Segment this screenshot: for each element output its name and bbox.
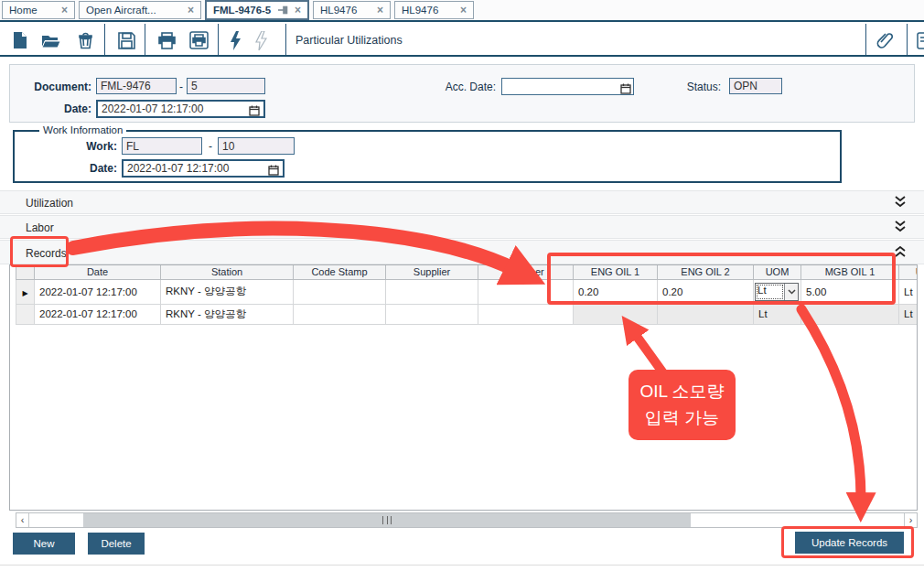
close-icon[interactable]: × <box>188 5 194 15</box>
new-document-icon[interactable] <box>10 30 30 50</box>
toolbar: Particular Utilizations <box>0 20 924 57</box>
execute-bolt-icon[interactable] <box>225 30 245 50</box>
table-row[interactable]: 2022-01-07 12:17:00 RKNY - 양양공항 Lt Lt <box>16 304 919 324</box>
cell-uom[interactable]: Lt <box>754 279 801 304</box>
cell-date[interactable]: 2022-01-07 12:17:00 <box>35 279 161 304</box>
document-number-field[interactable] <box>187 78 265 94</box>
print-icon[interactable] <box>156 30 177 50</box>
report-icon[interactable] <box>914 30 924 50</box>
tab-home[interactable]: Home × <box>2 1 75 19</box>
cell-code-stamp[interactable] <box>294 304 386 324</box>
calendar-icon[interactable] <box>268 163 279 174</box>
cell-voucher[interactable] <box>478 279 574 304</box>
chevron-down-icon[interactable] <box>784 284 798 300</box>
pin-icon[interactable] <box>278 5 288 15</box>
col-header-eng-oil-1[interactable]: ENG OIL 1 <box>574 265 658 279</box>
section-label: Utilization <box>26 197 73 210</box>
row-indicator <box>16 304 35 324</box>
chevron-double-down-icon[interactable] <box>895 196 906 212</box>
work-date-label: Date: <box>18 162 117 175</box>
uom-dropdown[interactable]: Lt <box>755 283 799 301</box>
delete-button[interactable]: Delete <box>88 533 145 555</box>
calendar-icon[interactable] <box>249 103 260 114</box>
calendar-icon[interactable] <box>620 81 631 92</box>
status-field <box>729 78 782 94</box>
attachment-paperclip-icon[interactable] <box>876 30 896 50</box>
section-utilization[interactable]: Utilization <box>0 190 924 214</box>
print-preview-icon[interactable] <box>188 30 209 50</box>
save-icon[interactable] <box>116 30 136 50</box>
cell-mgb-oil-1[interactable] <box>801 304 899 324</box>
cell-uom-2[interactable]: Lt <box>899 304 919 324</box>
callout-line-2: 입력 가능 <box>629 404 736 431</box>
scroll-right-button[interactable]: › <box>904 513 917 527</box>
toolbar-separator <box>218 24 219 55</box>
tab-label: FML-9476-5 <box>213 5 271 16</box>
callout-line-1: OIL 소모량 <box>629 378 736 404</box>
chevron-double-up-icon[interactable] <box>895 246 906 263</box>
document-field[interactable] <box>96 78 177 94</box>
horizontal-scrollbar[interactable]: ‹ › <box>16 512 918 528</box>
col-header-eng-oil-2[interactable]: ENG OIL 2 <box>658 265 754 279</box>
toolbar-separator <box>104 24 105 55</box>
work-label: Work: <box>18 140 117 153</box>
acc-date-label: Acc. Date: <box>439 81 496 93</box>
section-labor[interactable]: Labor <box>0 215 924 239</box>
current-row-icon: ▶ <box>22 289 27 297</box>
new-button[interactable]: New <box>13 533 75 555</box>
grid-header-row: Date Station Code Stamp Supplier Voucher… <box>16 265 919 279</box>
tab-label: Home <box>9 5 38 16</box>
cell-code-stamp[interactable] <box>294 279 386 304</box>
cell-uom[interactable]: Lt <box>754 304 801 324</box>
open-folder-icon[interactable] <box>41 30 61 50</box>
cell-eng-oil-2[interactable]: 0.20 <box>658 279 754 304</box>
close-icon[interactable]: × <box>61 5 68 15</box>
cell-eng-oil-2[interactable] <box>658 304 754 324</box>
scrollbar-thumb[interactable] <box>83 513 691 527</box>
cell-eng-oil-1[interactable] <box>574 304 658 324</box>
col-header-mgb-oil-1[interactable]: MGB OIL 1 <box>801 265 899 279</box>
col-header-supplier[interactable]: Supplier <box>386 265 478 279</box>
records-grid: Date Station Code Stamp Supplier Voucher… <box>9 264 918 511</box>
chevron-double-down-icon[interactable] <box>895 221 906 237</box>
row-indicator-header <box>16 265 35 279</box>
tab-hl9476-1[interactable]: HL9476 × <box>313 1 391 19</box>
tab-hl9476-2[interactable]: HL9476 × <box>394 1 474 19</box>
cell-voucher[interactable] <box>478 304 574 324</box>
close-icon[interactable]: × <box>460 5 467 15</box>
cell-station[interactable]: RKNY - 양양공항 <box>161 279 294 304</box>
update-records-button[interactable]: Update Records <box>795 532 904 554</box>
delete-trash-icon[interactable] <box>75 30 95 50</box>
work-information-legend: Work Information <box>39 124 126 135</box>
cell-supplier[interactable] <box>386 304 478 324</box>
scroll-left-button[interactable]: ‹ <box>16 513 29 527</box>
close-icon[interactable]: × <box>377 5 383 15</box>
work-field[interactable] <box>122 137 202 155</box>
close-icon[interactable]: × <box>295 5 301 15</box>
cell-supplier[interactable] <box>386 279 478 304</box>
work-date-field[interactable] <box>122 159 285 178</box>
col-header-date[interactable]: Date <box>35 265 161 279</box>
col-header-uom[interactable]: UOM <box>754 265 801 279</box>
col-header-uom-2[interactable]: UOM <box>899 265 919 279</box>
table-row[interactable]: ▶ 2022-01-07 12:17:00 RKNY - 양양공항 0.20 0… <box>16 279 919 304</box>
toolbar-title: Particular Utilizations <box>295 34 403 47</box>
cell-mgb-oil-1[interactable]: 5.00 <box>801 279 899 304</box>
tab-open-aircraft[interactable]: Open Aircraft... × <box>79 1 201 19</box>
tab-label: Open Aircraft... <box>86 5 156 16</box>
current-row-indicator: ▶ <box>16 279 35 304</box>
col-header-station[interactable]: Station <box>161 265 294 279</box>
work-number-field[interactable] <box>218 137 295 155</box>
col-header-code-stamp[interactable]: Code Stamp <box>294 265 386 279</box>
cell-station[interactable]: RKNY - 양양공항 <box>161 304 294 324</box>
tab-fml-9476-5[interactable]: FML-9476-5 × <box>205 0 309 20</box>
cell-date[interactable]: 2022-01-07 12:17:00 <box>35 304 161 324</box>
tab-label: HL9476 <box>320 5 357 16</box>
cell-uom-2[interactable]: Lt <box>899 279 919 304</box>
acc-date-field[interactable] <box>501 78 634 95</box>
section-records[interactable]: Records <box>0 240 924 264</box>
section-label: Labor <box>26 221 54 234</box>
cell-eng-oil-1[interactable]: 0.20 <box>574 279 658 304</box>
col-header-voucher[interactable]: Voucher <box>478 265 574 279</box>
date-field[interactable] <box>96 100 265 118</box>
